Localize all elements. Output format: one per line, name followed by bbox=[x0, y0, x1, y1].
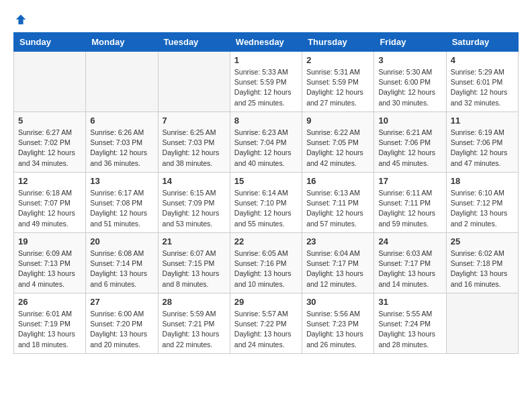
calendar-cell: 13Sunrise: 6:17 AM Sunset: 7:08 PM Dayli… bbox=[86, 173, 158, 233]
calendar-cell: 17Sunrise: 6:11 AM Sunset: 7:11 PM Dayli… bbox=[374, 173, 446, 233]
calendar-cell bbox=[14, 52, 86, 112]
day-info: Sunrise: 6:04 AM Sunset: 7:17 PM Dayligh… bbox=[306, 248, 369, 289]
day-number: 21 bbox=[163, 236, 226, 246]
calendar-header-saturday: Saturday bbox=[446, 33, 518, 52]
calendar-header-monday: Monday bbox=[86, 33, 158, 52]
day-number: 28 bbox=[163, 297, 226, 307]
calendar-cell: 28Sunrise: 5:59 AM Sunset: 7:21 PM Dayli… bbox=[158, 293, 230, 354]
calendar-cell: 11Sunrise: 6:19 AM Sunset: 7:06 PM Dayli… bbox=[446, 112, 518, 173]
calendar-week-row: 5Sunrise: 6:27 AM Sunset: 7:02 PM Daylig… bbox=[14, 112, 519, 173]
page-header bbox=[13, 13, 519, 26]
day-info: Sunrise: 5:33 AM Sunset: 5:59 PM Dayligh… bbox=[234, 67, 298, 108]
day-info: Sunrise: 6:11 AM Sunset: 7:11 PM Dayligh… bbox=[378, 188, 441, 229]
calendar-header-friday: Friday bbox=[374, 33, 446, 52]
calendar-cell: 16Sunrise: 6:13 AM Sunset: 7:11 PM Dayli… bbox=[302, 173, 374, 233]
calendar-cell: 15Sunrise: 6:14 AM Sunset: 7:10 PM Dayli… bbox=[230, 173, 302, 233]
calendar-cell: 22Sunrise: 6:05 AM Sunset: 7:16 PM Dayli… bbox=[230, 233, 302, 293]
day-number: 18 bbox=[451, 176, 514, 186]
day-info: Sunrise: 6:25 AM Sunset: 7:03 PM Dayligh… bbox=[163, 128, 226, 169]
calendar-cell: 12Sunrise: 6:18 AM Sunset: 7:07 PM Dayli… bbox=[14, 173, 86, 233]
svg-marker-0 bbox=[16, 15, 26, 24]
day-info: Sunrise: 6:13 AM Sunset: 7:11 PM Dayligh… bbox=[306, 188, 369, 229]
calendar-cell: 21Sunrise: 6:07 AM Sunset: 7:15 PM Dayli… bbox=[158, 233, 230, 293]
calendar-cell: 29Sunrise: 5:57 AM Sunset: 7:22 PM Dayli… bbox=[230, 293, 302, 354]
calendar-cell: 9Sunrise: 6:22 AM Sunset: 7:05 PM Daylig… bbox=[302, 112, 374, 173]
day-info: Sunrise: 6:26 AM Sunset: 7:03 PM Dayligh… bbox=[90, 128, 153, 169]
day-number: 7 bbox=[163, 116, 226, 126]
logo-icon bbox=[15, 13, 27, 26]
day-info: Sunrise: 5:30 AM Sunset: 6:00 PM Dayligh… bbox=[378, 67, 441, 108]
day-info: Sunrise: 6:02 AM Sunset: 7:18 PM Dayligh… bbox=[451, 248, 514, 289]
calendar-cell: 8Sunrise: 6:23 AM Sunset: 7:04 PM Daylig… bbox=[230, 112, 302, 173]
calendar-header-row: SundayMondayTuesdayWednesdayThursdayFrid… bbox=[14, 33, 519, 52]
day-number: 20 bbox=[90, 236, 153, 246]
logo bbox=[13, 13, 27, 26]
calendar-cell bbox=[86, 52, 158, 112]
calendar-cell: 14Sunrise: 6:15 AM Sunset: 7:09 PM Dayli… bbox=[158, 173, 230, 233]
calendar-cell: 6Sunrise: 6:26 AM Sunset: 7:03 PM Daylig… bbox=[86, 112, 158, 173]
calendar-cell: 3Sunrise: 5:30 AM Sunset: 6:00 PM Daylig… bbox=[374, 52, 446, 112]
day-number: 27 bbox=[90, 297, 153, 307]
calendar-header-thursday: Thursday bbox=[302, 33, 374, 52]
day-info: Sunrise: 5:56 AM Sunset: 7:23 PM Dayligh… bbox=[306, 309, 369, 350]
calendar-table: SundayMondayTuesdayWednesdayThursdayFrid… bbox=[13, 32, 519, 354]
calendar-week-row: 12Sunrise: 6:18 AM Sunset: 7:07 PM Dayli… bbox=[14, 173, 519, 233]
day-number: 2 bbox=[306, 55, 369, 65]
calendar-cell: 19Sunrise: 6:09 AM Sunset: 7:13 PM Dayli… bbox=[14, 233, 86, 293]
day-info: Sunrise: 6:07 AM Sunset: 7:15 PM Dayligh… bbox=[163, 248, 226, 289]
day-number: 24 bbox=[378, 236, 441, 246]
day-info: Sunrise: 6:08 AM Sunset: 7:14 PM Dayligh… bbox=[90, 248, 153, 289]
calendar-cell: 26Sunrise: 6:01 AM Sunset: 7:19 PM Dayli… bbox=[14, 293, 86, 354]
day-number: 1 bbox=[234, 55, 298, 65]
day-number: 11 bbox=[451, 116, 514, 126]
day-number: 22 bbox=[234, 236, 298, 246]
day-info: Sunrise: 6:14 AM Sunset: 7:10 PM Dayligh… bbox=[234, 188, 298, 229]
day-info: Sunrise: 6:19 AM Sunset: 7:06 PM Dayligh… bbox=[451, 128, 514, 169]
calendar-cell: 31Sunrise: 5:55 AM Sunset: 7:24 PM Dayli… bbox=[374, 293, 446, 354]
day-number: 25 bbox=[451, 236, 514, 246]
calendar-cell: 2Sunrise: 5:31 AM Sunset: 5:59 PM Daylig… bbox=[302, 52, 374, 112]
calendar-cell: 20Sunrise: 6:08 AM Sunset: 7:14 PM Dayli… bbox=[86, 233, 158, 293]
calendar-cell bbox=[446, 293, 518, 354]
day-info: Sunrise: 6:18 AM Sunset: 7:07 PM Dayligh… bbox=[18, 188, 81, 229]
day-info: Sunrise: 5:29 AM Sunset: 6:01 PM Dayligh… bbox=[451, 67, 514, 108]
day-number: 26 bbox=[18, 297, 81, 307]
day-number: 15 bbox=[234, 176, 298, 186]
calendar-cell: 10Sunrise: 6:21 AM Sunset: 7:06 PM Dayli… bbox=[374, 112, 446, 173]
day-info: Sunrise: 6:23 AM Sunset: 7:04 PM Dayligh… bbox=[234, 128, 298, 169]
calendar-header-wednesday: Wednesday bbox=[230, 33, 302, 52]
calendar-cell: 23Sunrise: 6:04 AM Sunset: 7:17 PM Dayli… bbox=[302, 233, 374, 293]
calendar-cell: 7Sunrise: 6:25 AM Sunset: 7:03 PM Daylig… bbox=[158, 112, 230, 173]
day-number: 3 bbox=[378, 55, 441, 65]
day-info: Sunrise: 6:21 AM Sunset: 7:06 PM Dayligh… bbox=[378, 128, 441, 169]
day-number: 30 bbox=[306, 297, 369, 307]
day-number: 6 bbox=[90, 116, 153, 126]
day-info: Sunrise: 6:22 AM Sunset: 7:05 PM Dayligh… bbox=[306, 128, 369, 169]
calendar-cell: 1Sunrise: 5:33 AM Sunset: 5:59 PM Daylig… bbox=[230, 52, 302, 112]
day-number: 31 bbox=[378, 297, 441, 307]
calendar-header-tuesday: Tuesday bbox=[158, 33, 230, 52]
calendar-cell: 4Sunrise: 5:29 AM Sunset: 6:01 PM Daylig… bbox=[446, 52, 518, 112]
calendar-cell: 27Sunrise: 6:00 AM Sunset: 7:20 PM Dayli… bbox=[86, 293, 158, 354]
calendar-week-row: 19Sunrise: 6:09 AM Sunset: 7:13 PM Dayli… bbox=[14, 233, 519, 293]
day-info: Sunrise: 6:27 AM Sunset: 7:02 PM Dayligh… bbox=[18, 128, 81, 169]
calendar-header-sunday: Sunday bbox=[14, 33, 86, 52]
calendar-week-row: 26Sunrise: 6:01 AM Sunset: 7:19 PM Dayli… bbox=[14, 293, 519, 354]
day-number: 16 bbox=[306, 176, 369, 186]
day-number: 5 bbox=[18, 116, 81, 126]
day-info: Sunrise: 6:01 AM Sunset: 7:19 PM Dayligh… bbox=[18, 309, 81, 350]
day-number: 14 bbox=[163, 176, 226, 186]
day-info: Sunrise: 6:17 AM Sunset: 7:08 PM Dayligh… bbox=[90, 188, 153, 229]
day-number: 17 bbox=[378, 176, 441, 186]
calendar-cell bbox=[158, 52, 230, 112]
day-info: Sunrise: 5:55 AM Sunset: 7:24 PM Dayligh… bbox=[378, 309, 441, 350]
day-number: 12 bbox=[18, 176, 81, 186]
calendar-cell: 24Sunrise: 6:03 AM Sunset: 7:17 PM Dayli… bbox=[374, 233, 446, 293]
day-number: 4 bbox=[451, 55, 514, 65]
day-info: Sunrise: 6:09 AM Sunset: 7:13 PM Dayligh… bbox=[18, 248, 81, 289]
calendar-cell: 30Sunrise: 5:56 AM Sunset: 7:23 PM Dayli… bbox=[302, 293, 374, 354]
day-number: 9 bbox=[306, 116, 369, 126]
day-number: 19 bbox=[18, 236, 81, 246]
day-info: Sunrise: 5:57 AM Sunset: 7:22 PM Dayligh… bbox=[234, 309, 298, 350]
day-info: Sunrise: 5:59 AM Sunset: 7:21 PM Dayligh… bbox=[163, 309, 226, 350]
